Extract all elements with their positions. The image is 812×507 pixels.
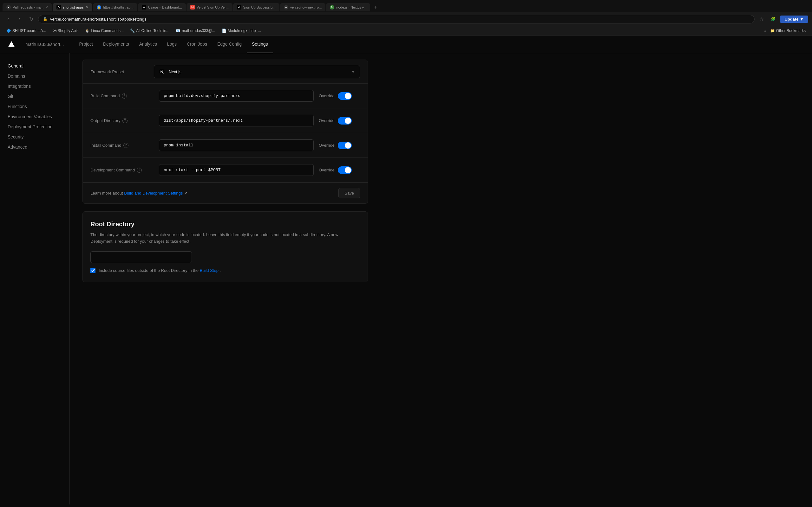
new-tab-button[interactable]: + <box>371 3 380 12</box>
root-directory-section: Root Directory The directory within your… <box>83 211 368 282</box>
nav-analytics[interactable]: Analytics <box>134 36 162 53</box>
build-command-input[interactable] <box>159 90 314 102</box>
bookmark-tools[interactable]: 🔧All Online Tools in... <box>128 27 172 34</box>
checkbox-row: Include source files outside of the Root… <box>90 268 360 273</box>
tab-close-1[interactable]: ✕ <box>45 5 48 9</box>
framework-row: Framework Preset Next.js ▼ <box>83 60 368 83</box>
nextjs-icon <box>159 68 165 75</box>
lock-icon: 🔒 <box>43 17 48 21</box>
browser-tab-8[interactable]: N node.js · NextJs v... <box>326 3 370 11</box>
nav-logs[interactable]: Logs <box>162 36 182 53</box>
browser-tab-6[interactable]: Sign Up Successfu... <box>233 3 280 11</box>
framework-selector[interactable]: Next.js ▼ <box>154 65 360 78</box>
update-button[interactable]: Update ▼ <box>780 15 808 23</box>
svg-rect-2 <box>163 70 163 72</box>
install-command-help-icon[interactable]: ? <box>123 143 129 148</box>
sidebar-item-git[interactable]: Git <box>0 91 69 101</box>
sidebar-item-general[interactable]: General <box>0 61 69 71</box>
install-command-toggle[interactable] <box>338 142 352 149</box>
bookmark-module[interactable]: 📄Module ngx_http_... <box>219 27 264 34</box>
install-command-row: Install Command ? Override <box>83 133 368 158</box>
development-command-toggle[interactable] <box>338 166 352 174</box>
learn-more-text: Learn more about Build and Development S… <box>90 191 188 195</box>
build-settings-footer: Learn more about Build and Development S… <box>83 182 368 204</box>
bookmark-shopify[interactable]: 🛍Shopify Apis <box>50 27 81 34</box>
browser-tab-7[interactable]: ● vercel/now-next-ro... <box>280 3 326 11</box>
sidebar-item-integrations[interactable]: Integrations <box>0 81 69 91</box>
browser-tab-1[interactable]: ● Pull requests · ma... ✕ <box>3 3 52 11</box>
build-settings-save-button[interactable]: Save <box>339 188 360 199</box>
build-settings-link[interactable]: Build and Development Settings <box>124 191 183 195</box>
build-step-checkbox[interactable] <box>90 268 96 273</box>
chevron-down-icon: ▼ <box>351 69 355 74</box>
framework-name: Next.js <box>169 69 182 74</box>
sidebar-item-advanced[interactable]: Advanced <box>0 142 69 152</box>
output-directory-row: Output Directory ? Override <box>83 108 368 133</box>
nav-edge-config[interactable]: Edge Config <box>212 36 247 53</box>
extensions-button[interactable]: 🧩 <box>768 14 777 23</box>
build-step-link[interactable]: Build Step <box>200 268 218 273</box>
bookmarks-bar: 🔷SHLIST board – A... 🛍Shopify Apis 🐧Linu… <box>0 26 812 35</box>
bookmark-linux[interactable]: 🐧Linux Commands... <box>83 27 126 34</box>
build-command-help-icon[interactable]: ? <box>122 94 127 99</box>
sidebar-item-deployment-protection[interactable]: Deployment Protection <box>0 122 69 132</box>
bookmark-mathura[interactable]: 📧mathuradas333@... <box>173 27 218 34</box>
output-directory-input[interactable] <box>159 115 314 126</box>
project-breadcrumb: mathura333/short... <box>26 42 64 47</box>
sidebar-item-functions[interactable]: Functions <box>0 101 69 112</box>
forward-button[interactable]: › <box>15 14 24 23</box>
nav-cron-jobs[interactable]: Cron Jobs <box>182 36 212 53</box>
root-directory-description: The directory within your project, in wh… <box>90 232 360 245</box>
nav-settings[interactable]: Settings <box>247 36 273 53</box>
browser-tab-5[interactable]: M Vercel Sign Up Ver... <box>187 3 233 11</box>
sidebar-item-domains[interactable]: Domains <box>0 71 69 81</box>
build-command-override: Override <box>319 92 360 100</box>
sidebar: General Domains Integrations Git Functio… <box>0 53 70 504</box>
output-directory-toggle[interactable] <box>338 117 352 124</box>
root-directory-title: Root Directory <box>90 221 360 228</box>
bookmark-button[interactable]: ☆ <box>757 14 766 23</box>
build-command-row: Build Command ? Override <box>83 83 368 108</box>
main-layout: General Domains Integrations Git Functio… <box>0 53 812 504</box>
install-command-override: Override <box>319 142 360 149</box>
vercel-logo[interactable] <box>8 41 15 48</box>
content-area: Framework Preset Next.js ▼ Build Command… <box>70 53 380 504</box>
reload-button[interactable]: ↻ <box>27 14 36 23</box>
checkbox-label: Include source files outside of the Root… <box>99 268 221 273</box>
development-command-input[interactable] <box>159 164 314 176</box>
browser-tab-2[interactable]: shortlist-apps ✕ <box>53 3 92 11</box>
development-command-label: Development Command ? <box>90 168 154 173</box>
sidebar-item-environment-variables[interactable]: Environment Variables <box>0 112 69 122</box>
app-header-nav: Project Deployments Analytics Logs Cron … <box>74 36 273 53</box>
browser-tabs: ● Pull requests · ma... ✕ shortlist-apps… <box>0 0 812 12</box>
browser-tab-3[interactable]: 🔒 https://shortlist-ap... <box>93 3 137 11</box>
output-directory-label: Output Directory ? <box>90 118 154 123</box>
install-command-input[interactable] <box>159 139 314 151</box>
sidebar-item-security[interactable]: Security <box>0 132 69 142</box>
back-button[interactable]: ‹ <box>4 14 13 23</box>
tab-close-2[interactable]: ✕ <box>86 5 89 9</box>
app-header: mathura333/short... Project Deployments … <box>0 36 812 53</box>
development-command-override: Override <box>319 166 360 174</box>
build-settings-card: Framework Preset Next.js ▼ Build Command… <box>83 60 368 204</box>
root-directory-input[interactable] <box>90 251 192 263</box>
development-command-row: Development Command ? Override <box>83 158 368 182</box>
nav-deployments[interactable]: Deployments <box>98 36 134 53</box>
install-command-label: Install Command ? <box>90 143 154 148</box>
output-directory-help-icon[interactable]: ? <box>122 118 128 123</box>
build-command-label: Build Command ? <box>90 94 154 99</box>
output-directory-override: Override <box>319 117 360 124</box>
nav-project[interactable]: Project <box>74 36 98 53</box>
build-command-toggle[interactable] <box>338 92 352 100</box>
browser-tab-4[interactable]: Usage – Dashboard... <box>138 3 186 11</box>
browser-chrome: ● Pull requests · ma... ✕ shortlist-apps… <box>0 0 812 36</box>
address-bar[interactable]: 🔒 vercel.com/mathura-short-lists/shortli… <box>38 15 755 23</box>
bookmark-shlist[interactable]: 🔷SHLIST board – A... <box>4 27 49 34</box>
bookmark-other[interactable]: 📁 Other Bookmarks <box>768 27 808 34</box>
framework-label: Framework Preset <box>90 69 154 74</box>
development-command-help-icon[interactable]: ? <box>137 168 142 173</box>
project-name[interactable]: mathura333/short... <box>26 42 64 47</box>
browser-nav: ‹ › ↻ 🔒 vercel.com/mathura-short-lists/s… <box>0 12 812 26</box>
